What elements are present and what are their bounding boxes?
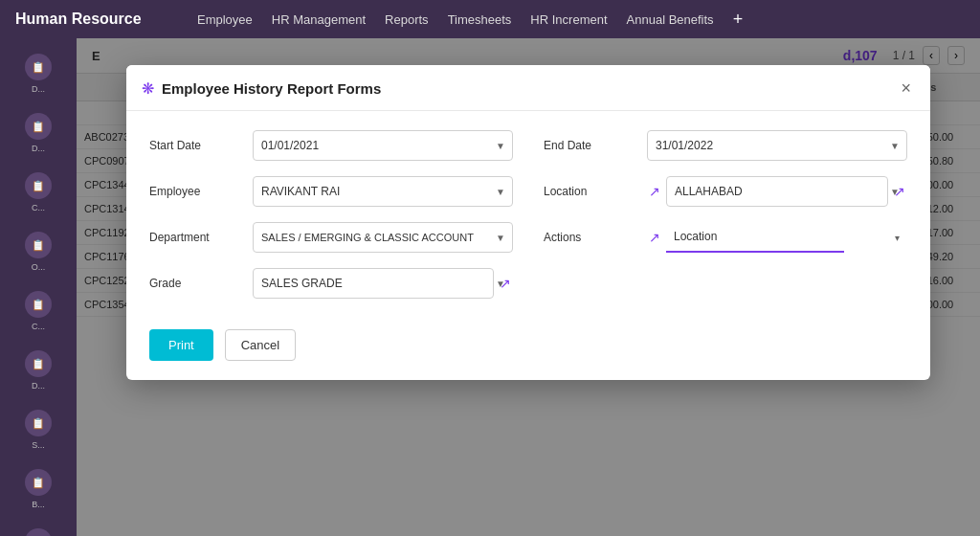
modal-close-button[interactable]: ×	[897, 78, 915, 99]
nav-hr-management[interactable]: HR Management	[272, 12, 366, 27]
start-date-label: Start Date	[149, 139, 245, 152]
sidebar-icon-8: 📋	[25, 528, 52, 536]
actions-external-link-button[interactable]: ↗	[647, 230, 662, 245]
cancel-button[interactable]: Cancel	[225, 329, 296, 361]
employee-input[interactable]	[253, 176, 513, 207]
top-navigation: Human Resource Employee HR Management Re…	[0, 0, 980, 38]
employee-label: Employee	[149, 185, 245, 198]
actions-input[interactable]	[666, 222, 844, 253]
nav-employee[interactable]: Employee	[197, 12, 253, 27]
sidebar-icon-0: 📋	[25, 54, 52, 80]
end-date-label: End Date	[544, 139, 639, 152]
nav-hr-increment[interactable]: HR Increment	[530, 12, 607, 27]
actions-row: Actions ↗ ▾	[544, 222, 907, 253]
content-area: E d,107 1 / 1 ‹ › Employee Action Date L…	[77, 38, 980, 536]
actions-wrapper: ↗ ▾	[647, 222, 907, 253]
location-label: Location	[544, 185, 639, 198]
sidebar-icon-4: 📋	[25, 291, 52, 318]
sidebar-label-5: D...	[32, 381, 45, 391]
sidebar-icon-3: 📋	[25, 232, 52, 258]
sidebar-item-8[interactable]: 📋 C...	[0, 521, 77, 536]
sidebar-icon-7: 📋	[25, 469, 52, 496]
sidebar-item-5[interactable]: 📋 D...	[0, 343, 77, 398]
app-title: Human Resource	[15, 11, 178, 28]
employee-row: Employee ▼	[149, 176, 513, 207]
employee-wrapper: ▼	[253, 176, 513, 207]
grade-input[interactable]	[253, 268, 494, 299]
start-date-row: Start Date ▼	[149, 130, 513, 161]
department-row: Department ▼	[149, 222, 513, 253]
modal-header-icon: ❋	[142, 79, 154, 98]
sidebar-item-4[interactable]: 📋 C...	[0, 283, 77, 339]
sidebar-label-7: B...	[32, 500, 45, 509]
actions-label: Actions	[544, 231, 639, 244]
grade-label: Grade	[149, 277, 245, 290]
sidebar-item-6[interactable]: 📋 S...	[0, 402, 77, 458]
nav-timesheets[interactable]: Timesheets	[448, 12, 512, 27]
sidebar-item-3[interactable]: 📋 O...	[0, 224, 77, 279]
start-date-wrapper: ▼	[253, 130, 513, 161]
sidebar-label-3: O...	[32, 262, 46, 272]
modal-title: Employee History Report Forms	[162, 80, 889, 97]
end-date-input[interactable]	[647, 130, 907, 161]
sidebar-item-0[interactable]: 📋 D...	[0, 46, 77, 101]
sidebar-icon-5: 📋	[25, 350, 52, 377]
sidebar-label-6: S...	[32, 440, 45, 450]
sidebar-label-4: C...	[32, 322, 45, 331]
sidebar-label-2: C...	[32, 203, 45, 212]
location-wrapper: ↗ ▼ ↗	[647, 176, 907, 207]
location-open-button[interactable]: ↗	[892, 184, 907, 199]
department-wrapper: ▼	[253, 222, 513, 253]
grade-wrapper: ▼ ↗	[253, 268, 513, 299]
sidebar-icon-1: 📋	[25, 113, 52, 140]
modal-header: ❋ Employee History Report Forms ×	[126, 65, 930, 111]
grade-row: Grade ▼ ↗	[149, 268, 513, 299]
main-layout: 📋 D... 📋 D... 📋 C... 📋 O... 📋 C... 📋 D..…	[0, 38, 980, 536]
end-date-row: End Date ▼	[544, 130, 907, 161]
location-external-link-button[interactable]: ↗	[647, 184, 662, 199]
modal-dialog: ❋ Employee History Report Forms × Start …	[126, 65, 930, 380]
add-nav-icon[interactable]: +	[733, 10, 744, 30]
modal-footer: Print Cancel	[126, 318, 930, 380]
sidebar-icon-6: 📋	[25, 410, 52, 436]
sidebar-label-1: D...	[32, 144, 45, 153]
start-date-input[interactable]	[253, 130, 513, 161]
location-input[interactable]	[666, 176, 888, 207]
nav-annual-benefits[interactable]: Annual Benefits	[627, 12, 714, 27]
empty-cell	[544, 268, 907, 299]
department-label: Department	[149, 231, 245, 244]
sidebar-icon-2: 📋	[25, 172, 52, 199]
modal-overlay: ❋ Employee History Report Forms × Start …	[77, 38, 980, 536]
form-grid: Start Date ▼ End Date ▼	[149, 130, 907, 299]
sidebar-item-2[interactable]: 📋 C...	[0, 165, 77, 220]
modal-body: Start Date ▼ End Date ▼	[126, 111, 930, 318]
actions-chevron-icon: ▾	[895, 233, 900, 243]
grade-open-button[interactable]: ↗	[498, 276, 513, 291]
sidebar-item-1[interactable]: 📋 D...	[0, 105, 77, 161]
nav-links: Employee HR Management Reports Timesheet…	[197, 10, 743, 30]
sidebar-item-7[interactable]: 📋 B...	[0, 461, 77, 517]
location-row: Location ↗ ▼ ↗	[544, 176, 907, 207]
sidebar: 📋 D... 📋 D... 📋 C... 📋 O... 📋 C... 📋 D..…	[0, 38, 77, 536]
sidebar-label-0: D...	[32, 84, 45, 94]
department-input[interactable]	[253, 222, 513, 253]
nav-reports[interactable]: Reports	[385, 12, 429, 27]
print-button[interactable]: Print	[149, 329, 213, 361]
end-date-wrapper: ▼	[647, 130, 907, 161]
